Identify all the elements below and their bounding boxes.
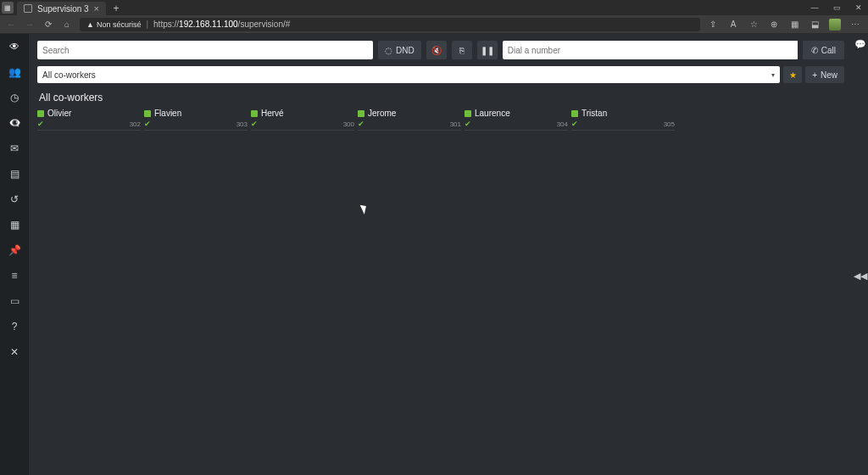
coworker-name: Hervé [261,109,284,118]
plus-icon: + [812,70,817,80]
check-icon: ✔ [37,120,44,128]
dnd-label: DND [396,46,415,55]
filter-selected: All co-workers [42,70,96,80]
new-label: New [821,70,837,80]
coworker-name: Flavien [154,109,181,118]
window-maximize-button[interactable]: ▭ [831,2,843,14]
mouse-cursor [362,204,369,214]
coworker-card[interactable]: Laurence ✔304 [465,109,568,131]
browser-tabstrip: ▦ Supervision 3 × + ― ▭ ✕ [0,0,868,15]
presence-indicator [571,110,578,117]
nav-help-icon[interactable]: ? [7,319,22,334]
coworker-name: Jerome [368,109,396,118]
coworker-card[interactable]: Tristan ✔305 [571,109,675,131]
text-size-icon[interactable]: A [727,19,739,31]
new-tab-button[interactable]: + [109,2,123,15]
nav-supervision-icon[interactable]: 👁 [7,39,22,54]
app-root: 👁 👥 ◷ 👁‍🗨 ✉ ▤ ↺ ▦ 📌 ≡ ▭ ? ✕ ◌ DND 🔇 ⎘ ❚❚ [0,34,868,475]
coworker-card[interactable]: Hervé ✔300 [251,109,354,131]
search-input[interactable] [42,46,368,55]
nav-settings-icon[interactable]: ≡ [7,268,22,283]
coworker-ext: 305 [664,120,675,128]
collections-icon[interactable]: ⊕ [768,19,780,31]
browser-tab[interactable]: Supervision 3 × [17,2,106,15]
nav-history-icon[interactable]: ↺ [7,192,22,207]
right-rail: 💬 ◀◀ [853,34,868,475]
nav-back-button[interactable]: ← [5,19,17,31]
collapse-icon[interactable]: ◀◀ [854,271,867,282]
check-icon: ✔ [251,120,258,128]
check-icon: ✔ [358,120,364,128]
nav-mail-icon[interactable]: ✉ [7,141,22,156]
dnd-icon: ◌ [385,46,392,55]
nav-coworkers-icon[interactable]: 👥 [7,64,22,80]
coworker-card[interactable]: Flavien ✔303 [144,109,248,131]
window-minimize-button[interactable]: ― [809,2,821,14]
chevron-down-icon: ▾ [771,71,775,79]
dnd-button[interactable]: ◌ DND [378,41,421,59]
favorites-filter-button[interactable]: ★ [783,66,802,83]
presence-indicator [465,110,471,117]
mute-button[interactable]: 🔇 [426,41,447,59]
filter-select[interactable]: All co-workers ▾ [37,66,780,83]
share-icon[interactable]: ⇪ [707,19,719,31]
browser-toolbar: ← → ⟳ ⌂ ▲ Non sécurisé | https://192.168… [0,15,868,34]
nav-window-icon[interactable]: ▭ [7,293,22,309]
coworker-card[interactable]: Olivier ✔302 [37,109,141,131]
favorite-icon[interactable]: ☆ [748,19,760,31]
coworker-grid: Olivier ✔302 Flavien ✔303 Hervé ✔300 Jer… [37,109,844,131]
profile-avatar[interactable] [829,19,841,31]
coworker-ext: 301 [450,120,461,128]
nav-clock-icon[interactable]: ◷ [7,90,22,105]
coworker-name: Tristan [581,109,607,118]
check-icon: ✔ [465,120,471,128]
search-box[interactable] [37,41,373,59]
coworker-name: Laurence [475,109,510,118]
nav-calendar-icon[interactable]: ▦ [7,217,22,232]
nav-contacts-icon[interactable]: ▤ [7,166,22,182]
call-button[interactable]: ✆ Call [803,41,844,59]
security-warning: ▲ Non sécurisé [86,20,141,29]
coworker-card[interactable]: Jerome ✔301 [358,109,461,131]
more-icon[interactable]: ⋯ [849,19,861,31]
chat-icon[interactable]: 💬 [854,39,866,50]
nav-close-icon[interactable]: ✕ [7,344,22,360]
downloads-icon[interactable]: ⬓ [809,19,821,31]
filter-row: All co-workers ▾ ★ + New [37,66,844,83]
coworker-name: Olivier [47,109,71,118]
extensions-icon[interactable]: ▦ [788,19,800,31]
dial-box[interactable] [503,41,798,59]
top-action-row: ◌ DND 🔇 ⎘ ❚❚ ✆ Call [37,41,844,59]
warning-icon: ▲ [86,20,94,29]
address-bar[interactable]: ▲ Non sécurisé | https://192.168.11.100/… [80,18,700,31]
favicon-icon [24,4,32,13]
nav-visibility-icon[interactable]: 👁‍🗨 [7,115,22,131]
check-icon: ✔ [571,120,578,128]
dial-input[interactable] [508,46,793,55]
nav-forward-button[interactable]: → [24,19,36,31]
check-icon: ✔ [144,120,151,128]
window-close-button[interactable]: ✕ [853,2,865,14]
tab-title: Supervision 3 [37,4,89,14]
main-area: ◌ DND 🔇 ⎘ ❚❚ ✆ Call All co-workers ▾ ★ +… [29,34,853,475]
tab-close-icon[interactable]: × [94,3,99,14]
presence-indicator [37,110,44,117]
pause-button[interactable]: ❚❚ [477,41,498,59]
section-title: All co-workers [39,92,844,103]
security-label: Non sécurisé [97,20,142,29]
nav-reload-button[interactable]: ⟳ [42,19,54,31]
presence-indicator [144,110,151,117]
nav-home-button[interactable]: ⌂ [61,19,73,31]
new-button[interactable]: + New [805,66,844,83]
coworker-ext: 302 [130,120,141,128]
presence-indicator [358,110,364,117]
app-menu-icon[interactable]: ▦ [2,2,14,14]
presence-indicator [251,110,258,117]
coworker-ext: 300 [343,120,354,128]
url-text: https://192.168.11.100/supervision/# [153,20,290,29]
phone-icon: ✆ [811,46,818,55]
logout-button[interactable]: ⎘ [452,41,472,59]
left-nav: 👁 👥 ◷ 👁‍🗨 ✉ ▤ ↺ ▦ 📌 ≡ ▭ ? ✕ [0,34,29,475]
call-label: Call [821,46,836,55]
nav-pin-icon[interactable]: 📌 [7,243,22,258]
